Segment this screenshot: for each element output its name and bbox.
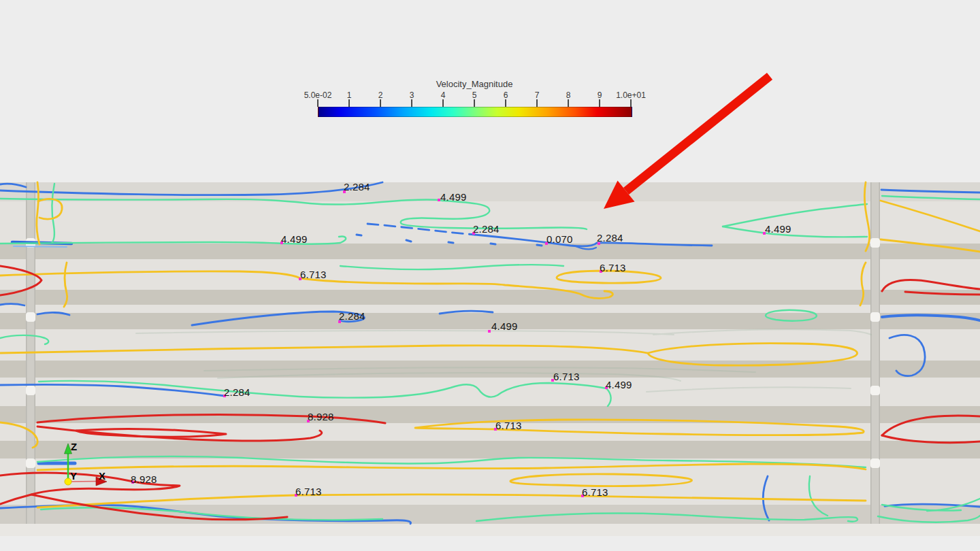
colorbar-tick: [474, 99, 475, 107]
colorbar-tick: [411, 99, 412, 107]
y-axis-label: Y: [70, 470, 77, 482]
contour-label: 4.499: [606, 379, 632, 390]
colorbar-tick: [536, 99, 538, 107]
contour-label: 2.284: [224, 386, 250, 398]
contour-label: 6.713: [600, 262, 626, 273]
x-axis-label: X: [99, 470, 105, 482]
contour-label: 4.499: [491, 320, 518, 332]
contour-label: 8.928: [308, 411, 334, 422]
contour-label: 6.713: [300, 269, 327, 280]
contour-label: 4.499: [440, 191, 467, 203]
ghost-contours: [136, 329, 871, 392]
contour-label: 4.499: [765, 223, 791, 235]
colorbar-tick: [568, 99, 569, 107]
colorbar-tick-label: 1.0e+01: [610, 90, 651, 100]
contour-label: 6.713: [295, 486, 322, 497]
colorbar-tick: [599, 99, 600, 107]
contour-label: 2.284: [344, 181, 370, 193]
colorbar-tick: [505, 99, 506, 107]
colorbar-tick: [442, 99, 444, 107]
colorbar-tick: [630, 99, 632, 107]
contour-label: 6.713: [495, 420, 522, 431]
contour-label: 6.713: [553, 371, 580, 382]
contour-label: 2.284: [339, 310, 365, 322]
colorbar-title: Velocity_Magnitude: [318, 79, 631, 89]
colorbar-gradient: [318, 107, 632, 117]
contour-label: 4.499: [281, 233, 308, 245]
contour-label: 0.070: [546, 233, 573, 245]
z-axis-label: Z: [71, 441, 77, 452]
colorbar-tick: [380, 99, 381, 107]
render-viewport[interactable]: Z Y X 2.2844.4992.2844.4990.0702.2844.49…: [0, 0, 980, 551]
velocity-colorbar[interactable]: Velocity_Magnitude 5.0e-021234567891.0e+…: [318, 79, 631, 116]
contour-label-marker: [488, 330, 491, 333]
contour-label: 6.713: [582, 486, 608, 498]
colorbar-tick: [317, 99, 318, 107]
colorbar-tick: [348, 99, 350, 107]
contour-label: 2.284: [473, 223, 500, 235]
contour-label: 8.928: [131, 473, 157, 485]
contour-label: 2.284: [597, 232, 623, 244]
